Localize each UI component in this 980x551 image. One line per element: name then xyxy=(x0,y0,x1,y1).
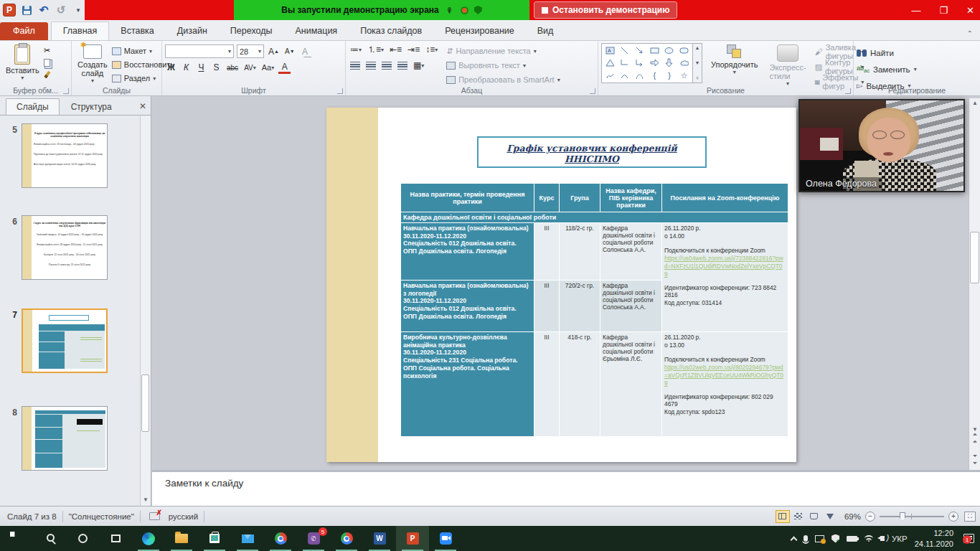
taskbar-chrome[interactable] xyxy=(264,526,297,551)
zoom-link[interactable]: https://us04web.zoom.us/j/72388422816?pw… xyxy=(664,255,786,278)
columns-button[interactable]: ▦▾ xyxy=(412,59,425,72)
slides-panel-scrollbar[interactable]: ▼ xyxy=(140,116,151,506)
taskbar-viber[interactable]: ✆5 xyxy=(297,526,330,551)
tray-expand-chevron-icon[interactable] xyxy=(791,535,796,542)
slide-scrollbar[interactable]: ▲ ▼ ⏶⏶ ⏷⏷ xyxy=(969,98,980,470)
tab-animations[interactable]: Анимация xyxy=(283,22,349,40)
slide-canvas[interactable]: Графік установчих конференцій ННІСПМО На… xyxy=(326,108,796,462)
undo-button[interactable]: ↷ xyxy=(37,4,50,17)
normal-view-button[interactable] xyxy=(776,510,790,523)
language-indicator[interactable]: русский xyxy=(169,512,198,521)
taskbar-zoom[interactable] xyxy=(429,526,462,551)
justify-button[interactable] xyxy=(396,59,409,72)
slideshow-button[interactable] xyxy=(823,510,837,523)
search-button[interactable] xyxy=(33,526,66,551)
taskbar-word[interactable]: W xyxy=(363,526,396,551)
save-button[interactable] xyxy=(20,4,33,17)
zoom-in-button[interactable]: + xyxy=(948,512,958,522)
paragraph-dialog-launcher[interactable] xyxy=(590,88,595,94)
practice-schedule-table[interactable]: Назва практики, термін проведення практи… xyxy=(400,183,788,437)
webcam-overlay[interactable]: Олена Федорова xyxy=(798,99,965,192)
clear-formatting-button[interactable]: A͟ xyxy=(299,45,311,58)
spellcheck-icon[interactable] xyxy=(149,512,160,520)
slide-thumbnail-8[interactable]: 8 xyxy=(0,406,108,471)
customize-qat-button[interactable]: ▾ xyxy=(72,4,85,17)
previous-slide-button[interactable]: ⏶⏶ xyxy=(971,431,979,446)
restore-button[interactable]: ❐ xyxy=(939,5,948,16)
decrease-indent-button[interactable]: ⇤≡ xyxy=(388,43,403,56)
close-button[interactable]: ✕ xyxy=(966,5,974,16)
tab-view[interactable]: Вид xyxy=(526,22,565,40)
redo-button[interactable]: ↺ xyxy=(55,4,67,17)
new-slide-button[interactable]: Создать слайд▾ xyxy=(75,43,110,85)
taskbar-chrome-2[interactable] xyxy=(330,526,363,551)
wifi-icon[interactable] xyxy=(864,535,873,542)
strikethrough-button[interactable]: abc xyxy=(225,61,240,74)
arrange-button[interactable]: Упорядочить▾ xyxy=(708,43,760,77)
cut-button[interactable]: ✂ xyxy=(42,45,52,55)
scrollbar-thumb[interactable] xyxy=(970,232,979,283)
font-name-combo[interactable]: ▾ xyxy=(165,44,234,58)
grow-font-button[interactable]: A▲ xyxy=(267,45,281,58)
align-center-button[interactable] xyxy=(364,59,377,72)
microphone-icon[interactable] xyxy=(804,535,808,542)
tab-file[interactable]: Файл xyxy=(0,22,48,40)
bold-button[interactable]: Ж xyxy=(165,61,177,74)
task-view-button[interactable] xyxy=(99,526,132,551)
collapse-ribbon-icon[interactable]: ⌃ xyxy=(967,29,973,37)
taskbar-powerpoint-active[interactable]: P xyxy=(396,526,429,551)
mute-icon[interactable]: 🎙 xyxy=(445,5,455,15)
tab-outline[interactable]: Структура xyxy=(61,99,122,115)
zoom-percentage[interactable]: 69% xyxy=(844,512,861,521)
volume-icon[interactable] xyxy=(880,536,885,541)
taskbar-edge[interactable] xyxy=(132,526,165,551)
zoom-slider-thumb[interactable] xyxy=(900,512,905,521)
tab-home[interactable]: Главная xyxy=(51,22,110,40)
stop-share-button[interactable]: Остановить демонстрацию xyxy=(534,1,677,19)
quick-styles-button[interactable]: Экспресс-стили▾ xyxy=(766,43,809,88)
align-right-button[interactable] xyxy=(380,59,393,72)
paste-button[interactable]: Вставить▾ xyxy=(3,43,42,83)
notification-center-icon[interactable]: 1 xyxy=(963,534,974,543)
input-language[interactable]: УКР xyxy=(892,534,908,543)
slide-thumbnail-6[interactable]: 6 І курс за освітніми ступенями бакалавр… xyxy=(0,215,108,280)
defender-shield-icon[interactable] xyxy=(831,534,839,543)
taskbar-file-explorer[interactable] xyxy=(165,526,198,551)
drawing-dialog-launcher[interactable] xyxy=(845,88,851,94)
shapes-gallery-scroll[interactable]: ▲▼▿ xyxy=(693,43,702,83)
screen-cast-icon[interactable] xyxy=(815,535,824,542)
tab-slides-thumbnails[interactable]: Слайды xyxy=(6,98,60,115)
font-dialog-launcher[interactable] xyxy=(337,88,343,94)
clock[interactable]: 12:20 24.11.2020 xyxy=(915,528,953,549)
shrink-font-button[interactable]: A▼ xyxy=(283,45,296,58)
tab-review[interactable]: Рецензирование xyxy=(433,22,526,40)
tab-design[interactable]: Дизайн xyxy=(166,22,219,40)
zoom-link[interactable]: https://us02web.zoom.us/j/8020294679?pwd… xyxy=(664,364,786,387)
font-size-combo[interactable]: 28▾ xyxy=(237,44,264,58)
increase-indent-button[interactable]: ⇥≡ xyxy=(406,43,421,56)
reading-view-button[interactable] xyxy=(807,510,821,523)
char-spacing-button[interactable]: AV▾ xyxy=(242,61,258,74)
taskbar-store[interactable] xyxy=(198,526,231,551)
slide-sorter-button[interactable] xyxy=(791,510,806,523)
slide-title-box[interactable]: Графік установчих конференцій ННІСПМО xyxy=(477,136,707,168)
clipboard-dialog-launcher[interactable] xyxy=(63,88,69,94)
zoom-slider[interactable] xyxy=(880,516,944,517)
font-color-button[interactable]: А xyxy=(278,61,291,74)
security-shield-icon[interactable] xyxy=(474,6,482,14)
replace-button[interactable]: abacЗаменить ▾ xyxy=(857,62,977,76)
shapes-gallery[interactable]: A { } ☆ xyxy=(601,43,693,83)
smartart-button[interactable]: Преобразовать в SmartArt ▾ xyxy=(446,74,560,85)
taskbar-mail[interactable] xyxy=(231,526,264,551)
battery-icon[interactable] xyxy=(847,536,857,542)
align-text-button[interactable]: Выровнять текст ▾ xyxy=(446,60,560,71)
slide-thumbnail-5[interactable]: 5 ІІ курс освітньо-професійної програми … xyxy=(0,123,108,188)
notes-pane[interactable]: Заметки к слайду xyxy=(152,470,980,506)
bullets-button[interactable]: ≔▾ xyxy=(349,43,363,56)
scrollbar-thumb[interactable] xyxy=(141,375,149,432)
text-shadow-button[interactable]: S xyxy=(210,61,222,74)
copy-button[interactable] xyxy=(42,57,52,67)
numbering-button[interactable]: ⒈≡▾ xyxy=(366,43,385,56)
format-painter-button[interactable] xyxy=(42,70,52,80)
minimize-button[interactable]: — xyxy=(911,5,920,16)
